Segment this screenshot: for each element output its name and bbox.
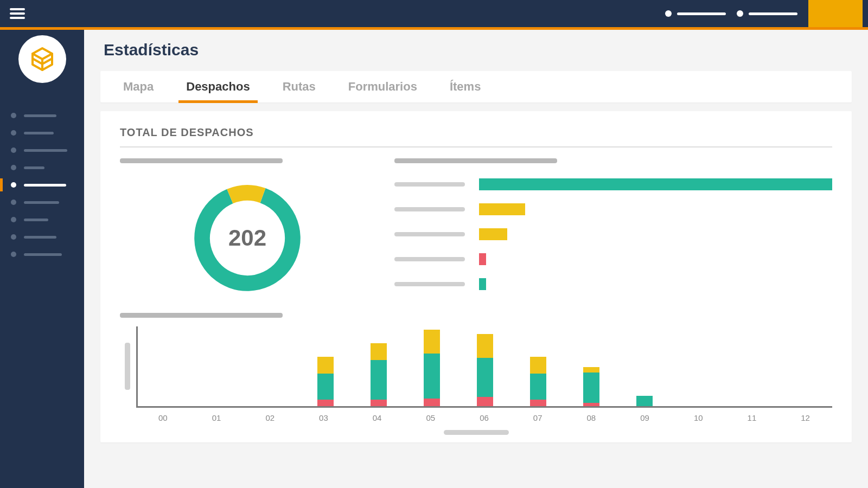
hbar-fill — [479, 228, 507, 240]
menu-icon[interactable] — [10, 8, 25, 19]
placeholder-label — [394, 232, 465, 236]
chart-segment — [317, 374, 334, 400]
chart-segment — [530, 374, 546, 400]
chart-col-04 — [352, 330, 405, 406]
x-tick: 08 — [565, 413, 618, 422]
donut-panel: 202 — [120, 158, 375, 298]
chart-stack — [477, 334, 493, 406]
x-tick: 06 — [457, 413, 511, 422]
placeholder-bar — [749, 12, 797, 15]
placeholder-bar — [24, 166, 44, 169]
chart-segment — [477, 334, 493, 358]
section-title: TOTAL DE DESPACHOS — [120, 126, 832, 139]
chart-stack — [424, 330, 440, 406]
chart-col-01 — [193, 330, 246, 406]
chart-col-02 — [246, 330, 299, 406]
sidebar-item-7[interactable] — [0, 228, 84, 246]
tab-despachos[interactable]: Despachos — [186, 71, 250, 102]
topbar-pill-1[interactable] — [665, 10, 726, 17]
placeholder-label — [394, 282, 465, 286]
x-tick: 11 — [725, 413, 779, 422]
chart-segment — [583, 373, 599, 403]
chart-col-08 — [565, 330, 618, 406]
topbar-pill-2[interactable] — [737, 10, 797, 17]
chart-col-06 — [458, 330, 512, 406]
chart-col-03 — [299, 330, 353, 406]
chart-col-09 — [618, 330, 671, 406]
placeholder-label — [394, 257, 465, 261]
sidebar-item-2[interactable] — [0, 142, 84, 159]
chart-stack — [530, 357, 546, 406]
dot-icon — [11, 217, 16, 222]
hbars-panel — [394, 158, 832, 298]
chart-col-00 — [140, 330, 193, 406]
sidebar — [0, 30, 84, 488]
sidebar-item-6[interactable] — [0, 211, 84, 228]
donut-chart: 202 — [188, 178, 307, 298]
topbar — [0, 0, 868, 27]
chart-segment — [583, 367, 599, 373]
chart-segment — [371, 343, 387, 360]
chart-col-07 — [512, 330, 565, 406]
scrollbar[interactable] — [444, 430, 509, 435]
hbar-track — [479, 178, 832, 190]
dot-icon — [11, 113, 16, 118]
divider — [120, 146, 832, 147]
y-legend-placeholder — [125, 343, 130, 390]
sidebar-item-4[interactable] — [0, 176, 84, 194]
hbar-row-1 — [394, 203, 832, 215]
chart-segment — [530, 357, 546, 374]
placeholder-label — [394, 182, 465, 187]
logo-icon — [29, 46, 56, 73]
hbar-row-4 — [394, 278, 832, 290]
hbar-track — [479, 228, 832, 240]
chart-col-05 — [405, 330, 458, 406]
x-tick: 01 — [190, 413, 244, 422]
sidebar-item-8[interactable] — [0, 246, 84, 263]
chart-segment — [371, 360, 387, 400]
tab-formularios[interactable]: Formularios — [348, 71, 417, 102]
logo[interactable] — [18, 35, 66, 83]
dot-icon — [11, 200, 16, 205]
chart-stack — [583, 367, 599, 406]
main-content: Estadísticas MapaDespachosRutasFormulari… — [84, 30, 868, 488]
chart-segment — [424, 399, 440, 407]
tab-rutas[interactable]: Rutas — [283, 71, 316, 102]
chart-stack — [636, 396, 653, 406]
dot-icon — [11, 234, 16, 240]
dot-icon — [737, 10, 743, 17]
hbar-row-2 — [394, 228, 832, 240]
x-tick: 07 — [511, 413, 565, 422]
page-title: Estadísticas — [104, 41, 852, 59]
x-tick: 02 — [243, 413, 297, 422]
x-tick: 09 — [618, 413, 672, 422]
hbar-fill — [479, 203, 525, 215]
chart-segment — [317, 357, 334, 374]
donut-center-value: 202 — [188, 178, 307, 298]
placeholder-bar — [24, 132, 54, 134]
tab-ítems[interactable]: Ítems — [450, 71, 481, 102]
topbar-accent[interactable] — [808, 0, 863, 27]
hbar-track — [479, 253, 832, 265]
placeholder-bar — [24, 219, 48, 221]
content-card: TOTAL DE DESPACHOS 202 — [100, 111, 852, 442]
sidebar-item-1[interactable] — [0, 124, 84, 142]
tab-mapa[interactable]: Mapa — [123, 71, 154, 102]
placeholder-bar — [24, 236, 56, 239]
chart-segment — [636, 396, 653, 406]
chart-segment — [530, 400, 546, 406]
hbar-fill — [479, 253, 486, 265]
chart-segment — [317, 400, 334, 406]
placeholder-bar — [24, 114, 56, 117]
placeholder-label — [394, 207, 465, 211]
sidebar-item-3[interactable] — [0, 159, 84, 176]
placeholder-heading — [120, 313, 283, 318]
sidebar-item-5[interactable] — [0, 194, 84, 211]
chart-col-11 — [724, 330, 777, 406]
dot-icon — [11, 252, 16, 257]
stacked-chart-panel: 00010203040506070809101112 — [120, 313, 832, 435]
hbar-fill — [479, 278, 486, 290]
sidebar-item-0[interactable] — [0, 107, 84, 124]
placeholder-bar — [24, 253, 62, 256]
placeholder-heading — [394, 158, 557, 163]
